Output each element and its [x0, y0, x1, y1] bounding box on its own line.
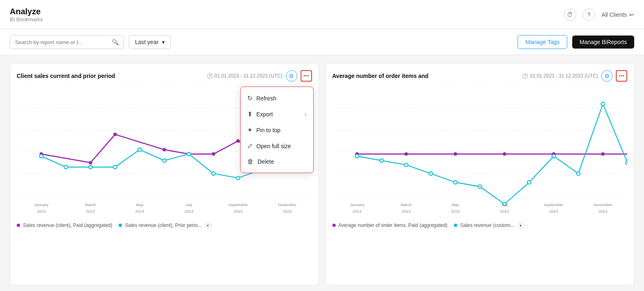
svg-point-27: [138, 148, 142, 151]
svg-point-18: [212, 152, 215, 156]
svg-point-69: [404, 163, 408, 167]
dropdown-refresh[interactable]: ↻ Refresh: [241, 90, 313, 106]
header-actions: ⏱ ? All Clients ↩: [564, 9, 634, 21]
legend-dot-cyan: [119, 224, 122, 227]
svg-text:2023: 2023: [500, 209, 509, 213]
history-icon[interactable]: ⏱: [564, 9, 576, 21]
dropdown-delete[interactable]: 🗑 Delete: [241, 154, 313, 169]
svg-text:2023: 2023: [598, 209, 607, 213]
search-icon: 🔍: [112, 39, 119, 45]
chart1-title: Client sales current and prior period: [17, 73, 204, 79]
chart1-header: Client sales current and prior period 🕐 …: [17, 70, 312, 82]
legend-expand-icon[interactable]: ▾: [205, 222, 211, 229]
svg-text:2023: 2023: [352, 209, 361, 213]
chart2-legend-item-2: Sales revenue (custom... ▾: [454, 222, 524, 229]
svg-point-25: [89, 165, 92, 169]
svg-text:2023: 2023: [234, 209, 243, 213]
export-icon: ⬆: [247, 110, 252, 118]
svg-text:November: November: [278, 202, 297, 207]
svg-text:2023: 2023: [135, 209, 144, 213]
pin-icon: ✦: [247, 126, 252, 134]
dropdown-pin[interactable]: ✦ Pin to top: [241, 122, 313, 138]
chart2-settings-button[interactable]: ⚙: [601, 70, 613, 82]
svg-text:January: January: [350, 202, 364, 207]
manage-tags-button[interactable]: Manage Tags: [518, 35, 567, 49]
chart2-svg: €80,000,000 €75,000,000 €70,000,000 €65,…: [332, 87, 628, 217]
date-filter-dropdown[interactable]: Last year ▾: [129, 35, 171, 49]
svg-point-76: [576, 172, 580, 175]
dropdown-export[interactable]: ⬆ Export ›: [241, 106, 313, 122]
dropdown-pin-label: Pin to top: [257, 127, 281, 133]
svg-point-72: [478, 185, 482, 189]
svg-text:March: March: [401, 202, 412, 207]
svg-point-67: [355, 154, 359, 158]
main-content: Client sales current and prior period 🕐 …: [0, 55, 644, 291]
app-subtitle: BI Bookmarks: [10, 16, 43, 22]
svg-text:2023: 2023: [86, 209, 95, 213]
svg-text:March: March: [85, 202, 96, 207]
svg-point-23: [40, 154, 43, 158]
refresh-icon: ↻: [247, 94, 252, 102]
svg-point-19: [236, 139, 240, 143]
svg-point-70: [429, 172, 432, 175]
chart-card-2: Average number of order items and 🕐 01.0…: [325, 63, 635, 285]
date-filter-label: Last year: [135, 39, 159, 45]
svg-text:July: July: [501, 202, 508, 207]
svg-point-26: [113, 165, 117, 169]
svg-point-78: [626, 161, 627, 164]
dropdown-fullsize[interactable]: ⤢ Open full size: [241, 138, 313, 154]
header-brand: Analyze BI Bookmarks: [10, 7, 43, 22]
svg-text:July: July: [185, 202, 193, 207]
manage-bireports-button[interactable]: Manage BiReports: [572, 36, 634, 49]
svg-text:2023: 2023: [549, 209, 558, 213]
svg-text:2023: 2023: [283, 209, 292, 213]
logout-icon: ↩: [629, 11, 634, 18]
all-clients-label: All Clients: [602, 11, 627, 18]
dropdown-refresh-label: Refresh: [257, 95, 277, 102]
chart1-legend: Sales revenue (client), Paid (aggregated…: [17, 222, 312, 229]
svg-text:November: November: [593, 202, 612, 207]
chart1-legend-item-1: Sales revenue (client), Paid (aggregated…: [17, 222, 112, 228]
svg-point-71: [454, 180, 457, 184]
chart2-legend-item-1: Average number of order items, Paid (agg…: [332, 222, 448, 228]
chart1-date: 🕐 01.01.2023 - 31.12.2023 (UTC): [207, 73, 283, 79]
app-title: Analyze: [10, 7, 43, 16]
chart-card-1: Client sales current and prior period 🕐 …: [10, 63, 319, 285]
dropdown-delete-label: Delete: [258, 158, 274, 165]
all-clients-button[interactable]: All Clients ↩: [602, 11, 634, 18]
svg-text:May: May: [136, 202, 144, 207]
search-field[interactable]: 🔍: [10, 35, 124, 49]
chart1-settings-button[interactable]: ⚙: [286, 70, 297, 82]
svg-point-15: [113, 133, 117, 136]
export-arrow-icon: ›: [305, 111, 307, 118]
svg-text:September: September: [544, 202, 564, 207]
toolbar: 🔍 Last year ▾ Manage Tags Manage BiRepor…: [0, 29, 644, 55]
legend-dot-purple-2: [332, 224, 336, 227]
svg-text:September: September: [228, 202, 248, 207]
svg-point-14: [89, 161, 92, 164]
delete-icon: 🗑: [247, 158, 254, 165]
svg-point-66: [601, 152, 604, 156]
svg-text:May: May: [451, 202, 459, 207]
dropdown-export-label: Export: [257, 111, 273, 118]
help-icon[interactable]: ?: [583, 9, 595, 21]
chart1-more-button[interactable]: ···: [301, 70, 312, 82]
chevron-down-icon: ▾: [162, 39, 165, 45]
legend-expand-icon-2[interactable]: ▾: [518, 222, 524, 229]
clock-icon-2: 🕐: [522, 73, 528, 79]
svg-point-30: [212, 172, 215, 175]
chart2-more-button[interactable]: ···: [616, 70, 627, 82]
svg-point-75: [552, 154, 555, 158]
svg-point-63: [454, 152, 457, 156]
svg-text:2023: 2023: [451, 209, 460, 213]
clock-icon: 🕐: [207, 73, 213, 79]
search-input[interactable]: [15, 39, 108, 45]
svg-text:2023: 2023: [37, 209, 46, 213]
svg-point-68: [380, 159, 383, 162]
chart2-header: Average number of order items and 🕐 01.0…: [332, 70, 628, 82]
svg-point-77: [601, 102, 604, 106]
chart1-legend-item-2: Sales revenue (client), Prior perio... ▾: [119, 222, 211, 229]
app-header: Analyze BI Bookmarks ⏱ ? All Clients ↩: [0, 0, 644, 29]
chart2-date: 🕐 01.01.2023 - 31.12.2023 (UTC): [522, 73, 598, 79]
legend-dot-cyan-2: [454, 224, 457, 227]
